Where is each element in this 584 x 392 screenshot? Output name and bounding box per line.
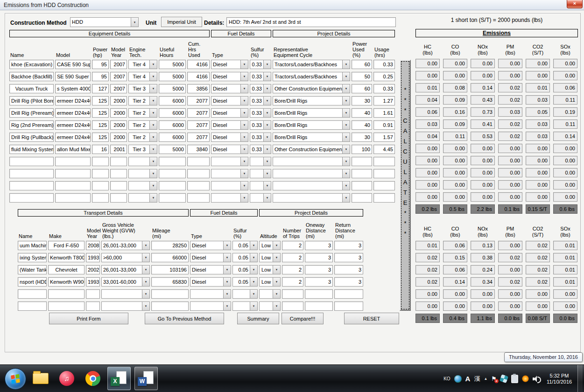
useful-hours-field[interactable]: 6000: [159, 133, 186, 142]
power-used-field[interactable]: 30: [352, 96, 372, 105]
dropdown-arrow-icon[interactable]: ▼: [142, 253, 149, 262]
dropdown-arrow-icon[interactable]: ▼: [250, 302, 257, 310]
dropdown-arrow-icon[interactable]: ▼: [149, 97, 157, 105]
power-hp-field[interactable]: 16: [92, 145, 109, 154]
oneway-distance-field[interactable]: [305, 289, 333, 299]
useful-hours-field[interactable]: 6000: [159, 108, 186, 118]
useful-hours-field[interactable]: [159, 181, 186, 190]
trips-field[interactable]: 2: [282, 265, 303, 274]
dropdown-arrow-icon[interactable]: ▼: [149, 157, 157, 166]
make-field[interactable]: Kenworth T800: [48, 253, 84, 262]
dropdown-arrow-icon[interactable]: ▼: [273, 266, 280, 274]
details-input[interactable]: HDD: 7th Ave/ 2nd st and 3rd st: [226, 17, 396, 27]
fuel-type-select[interactable]: Diesel▼: [211, 108, 248, 118]
model-year-field[interactable]: 1993: [86, 253, 100, 262]
altitude-select[interactable]: Low▼: [259, 241, 281, 250]
dropdown-arrow-icon[interactable]: ▼: [273, 278, 280, 286]
equipment-model-field[interactable]: ermeer D24x40: [55, 108, 91, 118]
model-year-field[interactable]: 2000: [110, 120, 127, 130]
oneway-distance-field[interactable]: 3: [305, 241, 333, 250]
gvw-select[interactable]: >60,000▼: [101, 253, 150, 262]
form-button[interactable]: Summary: [237, 313, 279, 324]
engine-tech-select[interactable]: ▼: [128, 157, 157, 166]
dropdown-arrow-icon[interactable]: ▼: [142, 278, 149, 286]
cum-hrs-used-field[interactable]: 4166: [187, 72, 210, 81]
update-spark-icon[interactable]: [522, 375, 529, 382]
dropdown-arrow-icon[interactable]: ▼: [342, 121, 350, 129]
dropdown-arrow-icon[interactable]: ▼: [342, 157, 350, 166]
trips-field[interactable]: [282, 289, 303, 299]
make-field[interactable]: Ford F-650: [48, 241, 84, 250]
transport-name-field[interactable]: [18, 289, 47, 299]
speaker-icon[interactable]: [533, 375, 541, 383]
power-hp-field[interactable]: [92, 193, 109, 203]
equipment-cycle-select[interactable]: ▼: [273, 157, 350, 166]
dropdown-arrow-icon[interactable]: ▼: [240, 97, 248, 105]
altitude-select[interactable]: Low▼: [259, 277, 281, 287]
engine-tech-select[interactable]: Tier 4▼: [128, 72, 157, 81]
model-year-field[interactable]: [110, 157, 127, 166]
tray-expand-icon[interactable]: ▲: [484, 377, 487, 381]
dropdown-arrow-icon[interactable]: ▼: [263, 169, 271, 178]
dropdown-arrow-icon[interactable]: ▼: [149, 72, 157, 81]
dropdown-arrow-icon[interactable]: ▼: [240, 145, 248, 154]
fuel-type-select[interactable]: ▼: [190, 301, 231, 311]
equipment-name-field[interactable]: [9, 169, 54, 178]
dropdown-arrow-icon[interactable]: ▼: [240, 121, 248, 129]
power-used-field[interactable]: 40: [352, 120, 372, 130]
sulfur-select[interactable]: ▼: [250, 181, 271, 190]
device-clipboard-icon[interactable]: [511, 375, 518, 383]
usage-hrs-field[interactable]: [373, 181, 395, 190]
equipment-model-field[interactable]: [55, 157, 91, 166]
equipment-model-field[interactable]: [55, 169, 91, 178]
sulfur-select[interactable]: 0.33▼: [250, 72, 271, 81]
sulfur-select[interactable]: 0.05▼: [232, 265, 258, 274]
usage-hrs-field[interactable]: 0.25: [373, 72, 395, 81]
dropdown-arrow-icon[interactable]: ▼: [342, 72, 350, 81]
dropdown-arrow-icon[interactable]: ▼: [263, 157, 271, 166]
dropdown-arrow-icon[interactable]: ▼: [342, 84, 350, 93]
power-hp-field[interactable]: 125: [92, 108, 109, 118]
dropdown-arrow-icon[interactable]: ▼: [240, 84, 248, 93]
sulfur-select[interactable]: 0.33▼: [250, 96, 271, 105]
cum-hrs-used-field[interactable]: [187, 193, 210, 203]
equipment-name-field[interactable]: Backhoe (Backfill): [9, 72, 54, 81]
fuel-type-select[interactable]: ▼: [190, 289, 231, 299]
dropdown-arrow-icon[interactable]: ▼: [131, 18, 138, 27]
fuel-type-select[interactable]: Diesel▼: [211, 60, 248, 69]
sulfur-select[interactable]: ▼: [250, 169, 271, 178]
equipment-cycle-select[interactable]: Bore/Drill Rigs▼: [273, 120, 350, 130]
language-indicator[interactable]: KO: [443, 376, 450, 381]
dropdown-arrow-icon[interactable]: ▼: [263, 182, 271, 190]
power-hp-field[interactable]: 127: [92, 84, 109, 93]
fuel-type-select[interactable]: Diesel▼: [190, 241, 231, 250]
make-field[interactable]: Chevrolet: [48, 265, 84, 274]
dropdown-arrow-icon[interactable]: ▼: [223, 302, 231, 310]
dropdown-arrow-icon[interactable]: ▼: [250, 278, 257, 286]
dropdown-arrow-icon[interactable]: ▼: [342, 97, 350, 105]
trips-field[interactable]: [282, 301, 303, 311]
mileage-field[interactable]: 28250: [151, 241, 189, 250]
fuel-type-select[interactable]: Diesel▼: [211, 145, 248, 154]
fuel-type-select[interactable]: ▼: [211, 157, 248, 166]
useful-hours-field[interactable]: 6000: [159, 120, 186, 130]
dropdown-arrow-icon[interactable]: ▼: [273, 253, 280, 262]
model-year-field[interactable]: 2007: [110, 72, 127, 81]
dropdown-arrow-icon[interactable]: ▼: [263, 109, 271, 117]
altitude-select[interactable]: Low▼: [259, 253, 281, 262]
dropdown-arrow-icon[interactable]: ▼: [223, 278, 231, 286]
fuel-type-select[interactable]: Diesel▼: [211, 84, 248, 93]
engine-tech-select[interactable]: ▼: [128, 193, 157, 203]
power-used-field[interactable]: [352, 193, 372, 203]
cum-hrs-used-field[interactable]: 2077: [187, 133, 210, 142]
equipment-model-field[interactable]: ermeer D24x40: [55, 96, 91, 105]
equipment-model-field[interactable]: ermeer D24x40: [55, 120, 91, 130]
dropdown-arrow-icon[interactable]: ▼: [223, 241, 231, 250]
equipment-name-field[interactable]: [9, 181, 54, 190]
gvw-select[interactable]: 26,001-33,000▼: [101, 265, 150, 274]
sulfur-select[interactable]: ▼: [250, 157, 271, 166]
make-field[interactable]: [48, 289, 84, 299]
gvw-select[interactable]: ▼: [101, 289, 150, 299]
usage-hrs-field[interactable]: [373, 169, 395, 178]
dropdown-arrow-icon[interactable]: ▼: [250, 290, 257, 298]
